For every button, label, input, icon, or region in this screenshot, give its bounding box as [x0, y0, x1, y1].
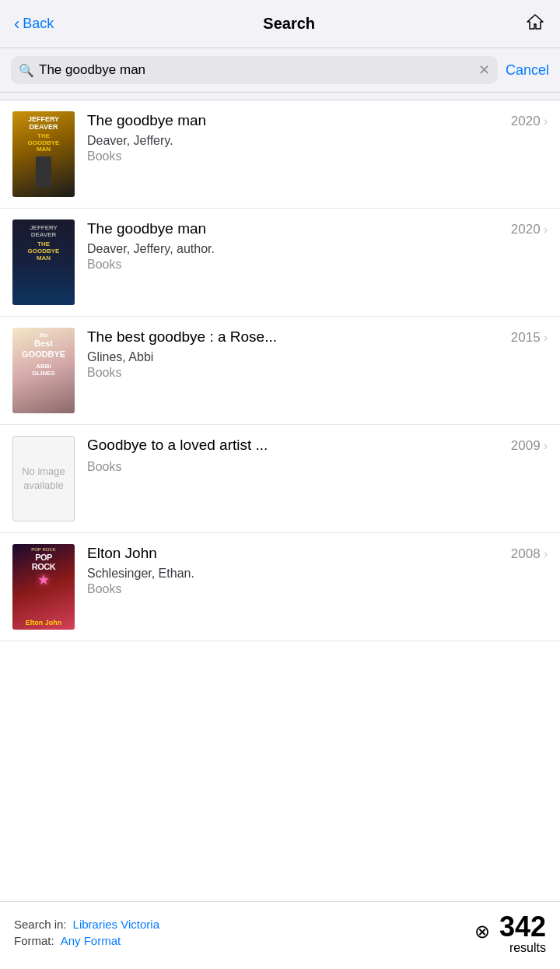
- result-type: Books: [87, 258, 548, 272]
- result-info: The best goodbye : a Rose... 2015 › Glin…: [87, 328, 548, 380]
- list-item[interactable]: JEFFERYDEAVER THEGOODBYEMAN The goodbye …: [0, 209, 560, 317]
- chevron-right-icon: ›: [544, 331, 548, 345]
- search-in-label: Search in:: [14, 918, 67, 931]
- footer-filters: Search in: Libraries Victoria Format: An…: [14, 918, 474, 950]
- result-author: Deaver, Jeffery, author.: [87, 242, 548, 256]
- list-item[interactable]: theBestGOODBYE ABBIGLINES The best goodb…: [0, 317, 560, 425]
- result-year: 2015: [511, 330, 541, 346]
- result-type: Books: [87, 149, 548, 163]
- home-button[interactable]: [524, 12, 546, 37]
- result-year: 2020: [511, 222, 541, 237]
- result-type: Books: [87, 582, 548, 596]
- result-type: Books: [87, 366, 548, 380]
- chevron-right-icon: ›: [544, 547, 548, 561]
- result-year: 2020: [511, 114, 541, 129]
- results-count: 342: [499, 913, 546, 941]
- result-author: Deaver, Jeffery.: [87, 134, 548, 148]
- result-year: 2009: [511, 438, 541, 454]
- result-info: The goodbye man 2020 › Deaver, Jeffery. …: [87, 111, 548, 163]
- no-image-label: No imageavailable: [22, 465, 65, 493]
- chevron-right-icon: ›: [544, 114, 548, 128]
- clear-search-button[interactable]: ✕: [478, 63, 490, 77]
- cancel-button[interactable]: Cancel: [506, 62, 549, 79]
- format-value[interactable]: Any Format: [61, 934, 121, 947]
- book-cover: POP ROCK POPROCK ★ Elton John: [12, 544, 75, 630]
- result-info: The goodbye man 2020 › Deaver, Jeffery, …: [87, 219, 548, 272]
- close-results-button[interactable]: ⊗: [474, 921, 490, 943]
- search-in-value[interactable]: Libraries Victoria: [73, 918, 159, 931]
- book-cover: theBestGOODBYE ABBIGLINES: [12, 328, 75, 413]
- section-divider: [0, 93, 560, 100]
- result-info: Goodbye to a loved artist ... 2009 › Boo…: [87, 436, 548, 474]
- result-title: Elton John: [87, 544, 505, 563]
- book-cover: JEFFERYDEAVER THEGOODBYEMAN: [12, 111, 75, 197]
- footer-bar: Search in: Libraries Victoria Format: An…: [0, 901, 560, 969]
- search-input-container: 🔍 ✕: [11, 56, 498, 84]
- back-button[interactable]: ‹ Back: [14, 16, 54, 33]
- result-year: 2008: [511, 546, 541, 562]
- chevron-right-icon: ›: [544, 439, 548, 453]
- result-author: Glines, Abbi: [87, 350, 548, 364]
- list-item[interactable]: JEFFERYDEAVER THEGOODBYEMAN The goodbye …: [0, 100, 560, 209]
- search-icon: 🔍: [19, 63, 34, 78]
- footer-results: ⊗ 342 results: [474, 913, 546, 955]
- list-item[interactable]: POP ROCK POPROCK ★ Elton John Elton John…: [0, 533, 560, 641]
- result-title: The goodbye man: [87, 111, 505, 131]
- home-icon: [524, 12, 546, 33]
- result-title: The goodbye man: [87, 219, 505, 239]
- book-cover: No imageavailable: [12, 436, 75, 521]
- result-author: Schlesinger, Ethan.: [87, 567, 548, 581]
- result-info: Elton John 2008 › Schlesinger, Ethan. Bo…: [87, 544, 548, 596]
- format-label: Format:: [14, 934, 54, 947]
- back-label: Back: [23, 16, 54, 32]
- header: ‹ Back Search: [0, 0, 560, 48]
- list-item[interactable]: No imageavailable Goodbye to a loved art…: [0, 425, 560, 533]
- book-cover: JEFFERYDEAVER THEGOODBYEMAN: [12, 219, 75, 305]
- search-input[interactable]: [39, 62, 474, 78]
- result-type: Books: [87, 460, 548, 474]
- page-title: Search: [263, 15, 315, 33]
- back-chevron-icon: ‹: [14, 16, 19, 33]
- results-label: results: [509, 941, 546, 955]
- results-list: JEFFERYDEAVER THEGOODBYEMAN The goodbye …: [0, 100, 560, 641]
- result-title: The best goodbye : a Rose...: [87, 328, 505, 347]
- search-bar: 🔍 ✕ Cancel: [0, 48, 560, 93]
- chevron-right-icon: ›: [544, 223, 548, 237]
- result-title: Goodbye to a loved artist ...: [87, 436, 505, 455]
